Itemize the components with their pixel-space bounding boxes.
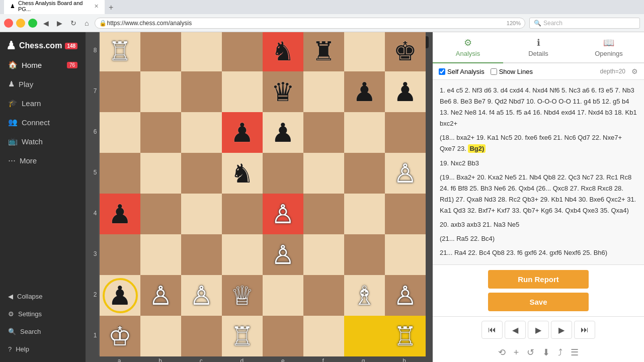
cell[interactable]: [263, 153, 303, 194]
nav-last-button[interactable]: ⏭: [574, 321, 595, 339]
self-analysis-input[interactable]: [439, 68, 445, 75]
window-maximize[interactable]: [28, 19, 37, 28]
cell[interactable]: ♟: [385, 71, 426, 112]
cell[interactable]: ♚: [385, 32, 426, 71]
tool-menu-button[interactable]: ☰: [569, 345, 581, 360]
window-minimize[interactable]: [16, 19, 25, 28]
active-tab[interactable]: ♟ Chess Analysis Board and PG... ✕: [4, 0, 105, 14]
cell[interactable]: ♟: [100, 275, 140, 316]
cell[interactable]: [140, 194, 181, 234]
cell[interactable]: ♛: [263, 71, 303, 112]
sidebar-item-connect[interactable]: 👥 Connect: [0, 113, 86, 132]
window-close[interactable]: [4, 19, 13, 28]
chess-piece[interactable]: ♟: [266, 115, 301, 150]
sidebar-item-help[interactable]: ? Help: [0, 340, 86, 358]
cell[interactable]: [140, 153, 181, 194]
cell[interactable]: ♟: [344, 71, 385, 112]
cell[interactable]: [303, 153, 344, 194]
cell[interactable]: ♟: [263, 112, 303, 153]
cell[interactable]: [222, 194, 263, 234]
cell[interactable]: [100, 234, 140, 275]
chess-piece[interactable]: ♙: [388, 278, 423, 313]
chess-piece[interactable]: ♖: [388, 319, 423, 354]
cell[interactable]: [344, 234, 385, 275]
cell[interactable]: [181, 112, 222, 153]
chess-piece[interactable]: ♞: [266, 34, 301, 69]
cell[interactable]: [344, 153, 385, 194]
chess-piece[interactable]: ♟: [225, 115, 260, 150]
browser-search-bar[interactable]: 🔍 Search: [529, 18, 640, 29]
cell[interactable]: [385, 194, 426, 234]
sidebar-item-learn[interactable]: 🎓 Learn: [0, 94, 86, 113]
chess-piece[interactable]: ♚: [388, 34, 423, 69]
cell[interactable]: ♙: [263, 194, 303, 234]
cell[interactable]: ♟: [222, 112, 263, 153]
sidebar-item-settings[interactable]: ⚙ Settings: [0, 305, 86, 323]
new-tab-button[interactable]: +: [105, 1, 117, 14]
cell[interactable]: ♕: [222, 275, 263, 316]
tab-openings[interactable]: 📖 Openings: [574, 32, 644, 63]
sidebar-item-search[interactable]: 🔍 Search: [0, 323, 86, 340]
cell[interactable]: [222, 71, 263, 112]
forward-button[interactable]: ▶: [55, 18, 64, 28]
cell[interactable]: ♗: [344, 275, 385, 316]
cell[interactable]: [140, 316, 181, 356]
self-analysis-checkbox[interactable]: Self Analysis: [439, 68, 485, 75]
cell[interactable]: ♖: [100, 32, 140, 71]
back-button[interactable]: ◀: [41, 18, 51, 28]
cell[interactable]: [385, 112, 426, 153]
cell[interactable]: [181, 316, 222, 356]
chess-piece[interactable]: ♟: [103, 197, 138, 232]
cell[interactable]: ♙: [385, 275, 426, 316]
cell[interactable]: [140, 234, 181, 275]
cell[interactable]: [344, 316, 385, 356]
tool-add-button[interactable]: +: [512, 345, 521, 360]
tab-close-icon[interactable]: ✕: [94, 3, 99, 10]
run-report-button[interactable]: Run Report: [488, 270, 589, 289]
cell[interactable]: [181, 32, 222, 71]
chess-piece[interactable]: ♟: [388, 74, 423, 110]
cell[interactable]: ♙: [385, 153, 426, 194]
cell[interactable]: [344, 194, 385, 234]
cell[interactable]: [344, 112, 385, 153]
cell[interactable]: [263, 275, 303, 316]
tool-reset-button[interactable]: ↺: [525, 345, 536, 360]
chess-piece[interactable]: ♕: [225, 278, 260, 313]
chess-piece[interactable]: ♛: [266, 74, 301, 110]
chess-piece[interactable]: ♙: [266, 197, 301, 232]
sidebar-item-more[interactable]: ⋯ More: [0, 151, 86, 170]
chess-piece[interactable]: ♗: [347, 278, 382, 313]
refresh-button[interactable]: ↻: [68, 18, 78, 28]
cell[interactable]: [181, 71, 222, 112]
cell[interactable]: [303, 275, 344, 316]
cell[interactable]: [303, 112, 344, 153]
sidebar-item-play[interactable]: ♟ Play: [0, 74, 86, 94]
cell[interactable]: ♔: [100, 316, 140, 356]
cell[interactable]: ♖: [385, 316, 426, 356]
sidebar-item-collapse[interactable]: ◀ Collapse: [0, 288, 86, 305]
tool-download-button[interactable]: ⬇: [540, 345, 552, 360]
cell[interactable]: [303, 71, 344, 112]
cell[interactable]: [303, 316, 344, 356]
chess-piece[interactable]: ♜: [306, 34, 342, 69]
show-lines-input[interactable]: [491, 68, 497, 75]
cell[interactable]: ♟: [100, 194, 140, 234]
cell[interactable]: [222, 32, 263, 71]
chess-piece[interactable]: ♙: [184, 278, 219, 313]
chess-piece[interactable]: ♙: [388, 156, 423, 191]
cell[interactable]: [181, 234, 222, 275]
address-bar[interactable]: 🔒 https://www.chess.com/analysis 120%: [95, 18, 525, 29]
chess-piece[interactable]: ♟: [347, 74, 382, 110]
cell[interactable]: [140, 71, 181, 112]
chess-piece[interactable]: ♖: [103, 34, 138, 69]
cell[interactable]: ♙: [140, 275, 181, 316]
tab-details[interactable]: ℹ Details: [503, 32, 574, 63]
tool-flip-button[interactable]: ⟲: [496, 345, 508, 360]
cell[interactable]: [303, 234, 344, 275]
nav-play-button[interactable]: ▶: [528, 321, 549, 339]
home-button[interactable]: ⌂: [83, 18, 91, 28]
chess-piece[interactable]: ♞: [225, 156, 260, 191]
nav-first-button[interactable]: ⏮: [481, 321, 503, 339]
cell[interactable]: ♜: [303, 32, 344, 71]
chess-piece[interactable]: ♔: [103, 319, 138, 354]
